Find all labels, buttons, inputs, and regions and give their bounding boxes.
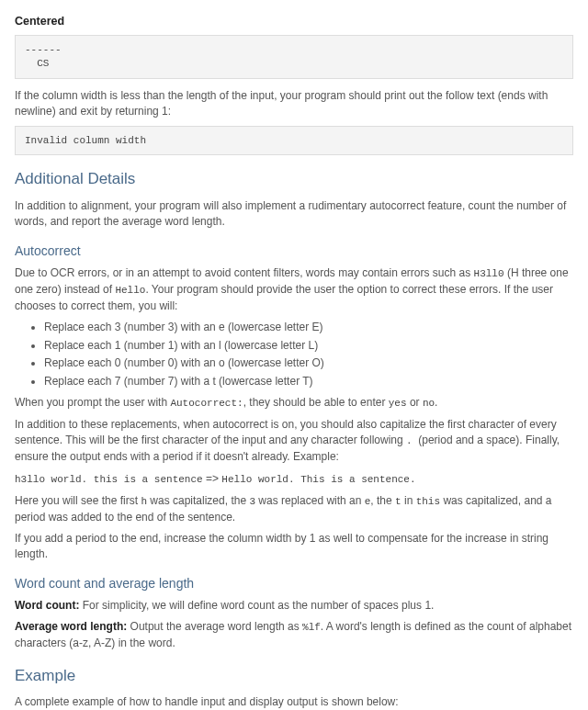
autocorrect-capitalize: In addition to these replacements, when … — [15, 417, 573, 466]
wordcount-label: Word count: — [15, 599, 79, 612]
autocorrect-intro: Due to OCR errors, or in an attempt to a… — [15, 265, 573, 314]
autocorrect-rules-list: Replace each 3 (number 3) with an e (low… — [15, 320, 573, 389]
avglength-line: Average word length: Output the average … — [15, 619, 573, 651]
list-item: Replace each 7 (number 7) with a t (lowe… — [44, 374, 573, 389]
wordcount-line: Word count: For simplicity, we will defi… — [15, 598, 573, 614]
example-intro: A complete example of how to handle inpu… — [15, 694, 573, 710]
centered-heading: Centered — [15, 13, 573, 29]
autocorrect-prompt: When you prompt the user with Autocorrec… — [15, 395, 573, 411]
code-lf: %lf — [302, 622, 321, 633]
additional-details-intro: In addition to alignment, your program w… — [15, 198, 573, 231]
invalid-code: Invalid column width — [15, 126, 573, 156]
code-example-in: h3llo world. this is a sentence — [15, 474, 203, 485]
centered-code: ------ CS — [15, 35, 573, 79]
autocorrect-heading: Autocorrect — [15, 242, 573, 260]
wordcount-heading: Word count and average length — [15, 574, 573, 592]
code-example-out: Hello world. This is a sentence. — [221, 474, 415, 485]
autocorrect-trailer: If you add a period to the end, increase… — [15, 531, 573, 563]
list-item: Replace each 0 (number 0) with an o (low… — [44, 355, 573, 371]
list-item: Replace each 3 (number 3) with an e (low… — [44, 320, 573, 335]
code-t: t — [395, 496, 401, 507]
code-hello: Hello — [115, 285, 145, 296]
autocorrect-explain: Here you will see the first h was capita… — [15, 493, 573, 525]
code-autocorrect-prompt: Autocorrect: — [170, 398, 243, 409]
code-yes: yes — [389, 398, 407, 409]
invalid-intro: If the column width is less than the len… — [15, 88, 573, 120]
code-period-space: . — [406, 435, 418, 446]
autocorrect-example-line: h3llo world. this is a sentence => Hello… — [15, 471, 573, 488]
additional-details-heading: Additional Details — [15, 168, 573, 191]
code-no: no — [423, 398, 435, 409]
list-item: Replace each 1 (number 1) with an l (low… — [44, 338, 573, 354]
code-h3ll0: H3ll0 — [474, 268, 504, 279]
code-this: this — [416, 496, 440, 507]
avglength-label: Average word length: — [15, 620, 127, 633]
example-heading: Example — [15, 665, 573, 688]
code-h: h — [141, 496, 147, 507]
